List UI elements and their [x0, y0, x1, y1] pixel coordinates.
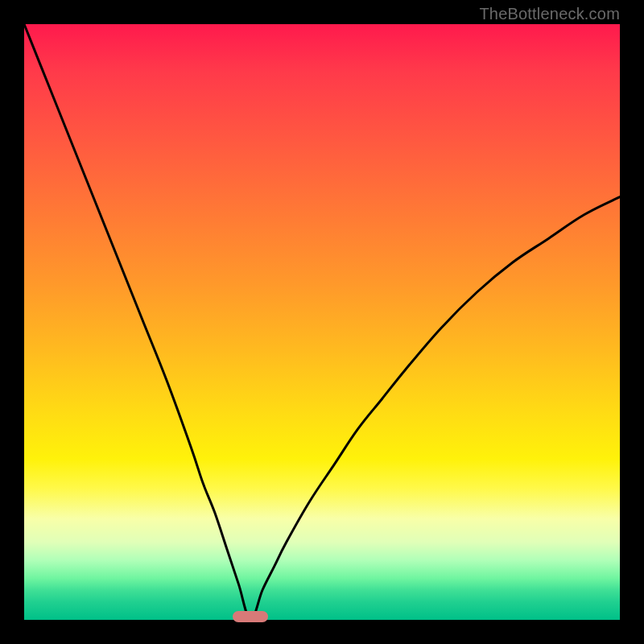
bottleneck-curve	[24, 24, 620, 620]
optimal-range-marker	[233, 611, 268, 622]
plot-area	[24, 24, 620, 620]
chart-frame: TheBottleneck.com	[0, 0, 644, 644]
watermark-text: TheBottleneck.com	[479, 5, 620, 23]
